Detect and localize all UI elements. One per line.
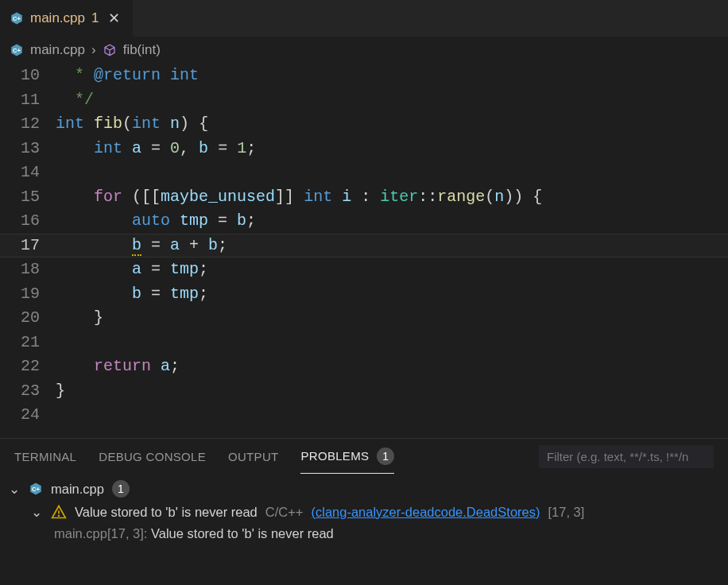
svg-text:C+: C+: [13, 47, 21, 54]
svg-point-4: [59, 516, 60, 517]
problems-file-row[interactable]: ⌄ C+ main.cpp 1: [8, 477, 720, 502]
line-number: 24: [0, 403, 40, 428]
code-line[interactable]: * @return int: [56, 64, 728, 88]
editor-tab-main[interactable]: C+ main.cpp 1 ✕: [0, 0, 134, 37]
tab-bar: C+ main.cpp 1 ✕: [0, 0, 728, 37]
problem-item[interactable]: ⌄ Value stored to 'b' is never read C/C+…: [8, 502, 720, 523]
problems-filter: [539, 445, 714, 468]
cpp-file-icon: C+: [29, 482, 43, 496]
line-number: 21: [0, 331, 40, 355]
breadcrumb[interactable]: C+ main.cpp › fib(int): [0, 37, 728, 64]
breadcrumb-symbol[interactable]: fib(int): [123, 42, 161, 58]
svg-text:C+: C+: [32, 486, 40, 493]
code-line[interactable]: b = a + b;: [56, 234, 728, 258]
tab-problems-label: PROBLEMS: [300, 449, 369, 463]
code-line[interactable]: }: [56, 306, 728, 331]
breadcrumb-file[interactable]: main.cpp: [30, 42, 85, 58]
bottom-panel: TERMINAL DEBUG CONSOLE OUTPUT PROBLEMS 1…: [0, 438, 728, 585]
line-number: 16: [0, 209, 40, 234]
code-line[interactable]: b = tmp;: [56, 282, 728, 307]
problem-message: Value stored to 'b' is never read: [75, 505, 258, 520]
line-number: 23: [0, 379, 40, 404]
code-line[interactable]: [56, 161, 728, 185]
line-number: 12: [0, 112, 40, 137]
tab-terminal[interactable]: TERMINAL: [14, 442, 76, 471]
code-line[interactable]: a = tmp;: [56, 258, 728, 282]
code-line[interactable]: [56, 403, 728, 428]
code-line[interactable]: */: [56, 88, 728, 113]
problems-file-count-badge: 1: [112, 480, 130, 498]
problem-detail[interactable]: main.cpp[17, 3]: Value stored to 'b' is …: [8, 523, 720, 541]
code-line[interactable]: auto tmp = b;: [56, 209, 728, 234]
problems-count-badge: 1: [377, 447, 394, 465]
tab-debug-console[interactable]: DEBUG CONSOLE: [99, 442, 206, 471]
cpp-file-icon: C+: [10, 11, 24, 25]
line-number: 14: [0, 161, 40, 185]
code-line[interactable]: int a = 0, b = 1;: [56, 137, 728, 161]
line-number: 11: [0, 88, 40, 113]
code-line[interactable]: int fib(int n) {: [56, 112, 728, 137]
line-number: 17: [0, 234, 40, 258]
code-line[interactable]: return a;: [56, 354, 728, 379]
panel-tab-bar: TERMINAL DEBUG CONSOLE OUTPUT PROBLEMS 1: [0, 439, 728, 474]
problem-source: C/C++: [265, 505, 304, 520]
chevron-down-icon[interactable]: ⌄: [8, 482, 21, 497]
tab-problems[interactable]: PROBLEMS 1: [300, 440, 394, 474]
tab-modified-indicator: 1: [91, 10, 99, 26]
cpp-file-icon: C+: [10, 43, 24, 57]
problem-location: [17, 3]: [548, 505, 584, 520]
symbol-method-icon: [103, 43, 117, 57]
svg-text:C+: C+: [13, 15, 21, 22]
problem-detail-path: main.cpp[17, 3]:: [54, 526, 147, 540]
problem-detail-message: Value stored to 'b' is never read: [151, 526, 334, 540]
line-number: 22: [0, 354, 40, 379]
problem-code-link[interactable]: (clang-analyzer-deadcode.DeadStores): [311, 505, 540, 520]
line-number: 18: [0, 258, 40, 282]
chevron-down-icon[interactable]: ⌄: [30, 505, 43, 520]
line-number: 13: [0, 137, 40, 161]
tab-output[interactable]: OUTPUT: [228, 442, 278, 471]
close-icon[interactable]: ✕: [105, 10, 123, 27]
line-number: 19: [0, 282, 40, 307]
problems-file-name: main.cpp: [51, 482, 104, 497]
chevron-right-icon: ›: [91, 42, 96, 58]
problems-filter-input[interactable]: [539, 445, 714, 468]
line-number: 10: [0, 64, 40, 88]
code-line[interactable]: for ([[maybe_unused]] int i : iter::rang…: [56, 185, 728, 210]
line-number-gutter: 101112131415161718192021222324: [0, 64, 56, 438]
warning-icon: [51, 504, 67, 520]
code-content[interactable]: * @return int */int fib(int n) { int a =…: [56, 64, 728, 438]
code-line[interactable]: [56, 331, 728, 355]
code-line[interactable]: }: [56, 379, 728, 404]
tab-file-name: main.cpp: [30, 10, 85, 26]
line-number: 20: [0, 306, 40, 331]
problems-list: ⌄ C+ main.cpp 1 ⌄ Value stored to 'b' is…: [0, 474, 728, 585]
code-editor[interactable]: 101112131415161718192021222324 * @return…: [0, 64, 728, 438]
line-number: 15: [0, 185, 40, 210]
